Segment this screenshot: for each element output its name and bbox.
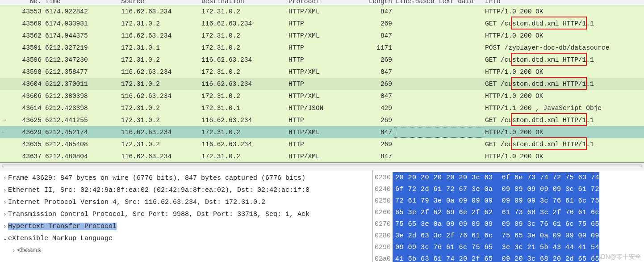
packet-row[interactable]: 436066212.380398116.62.63.234172.31.0.2H… (0, 90, 644, 102)
packet-row[interactable]: 435536174.922842116.62.63.234172.31.0.2H… (0, 5, 644, 17)
cell-time: 6212.441255 (43, 117, 119, 124)
cell-info: GET /custom.dtd.xml HTTP/1.1 (483, 141, 644, 148)
cell-time: 6174.944375 (43, 32, 119, 39)
packet-row[interactable]: 436376212.480804116.62.63.234172.31.0.2H… (0, 150, 644, 162)
pane-splitter[interactable] (0, 162, 644, 170)
hex-bytes-right: 61 73 68 3c 2f 76 61 6c (498, 207, 600, 219)
cell-time: 6174.933931 (43, 20, 119, 27)
col-protocol[interactable]: Protocol (287, 0, 356, 5)
expand-icon[interactable]: › (2, 184, 8, 196)
cell-info: POST /zyplayer-doc-db/datasource (483, 44, 644, 51)
packet-row[interactable]: 436146212.423398172.31.0.2172.31.0.1HTTP… (0, 102, 644, 114)
col-lbd[interactable]: Line-based text data (394, 0, 483, 5)
cell-no: 43596 (0, 56, 43, 63)
packet-list-pane[interactable]: No. Time Source Destination Protocol Len… (0, 0, 644, 162)
cell-info: HTTP/1.0 200 OK (483, 32, 644, 39)
cell-prot: HTTP (287, 141, 356, 148)
cell-len: 269 (356, 141, 394, 148)
cell-prot: HTTP (287, 56, 356, 63)
packet-row[interactable]: 435986212.358477116.62.63.234172.31.0.2H… (0, 66, 644, 78)
hex-offset: 0270 (373, 219, 393, 230)
expand-icon[interactable]: › (2, 196, 8, 208)
cell-prot: HTTP/XML (287, 93, 356, 100)
packet-bytes-pane[interactable]: 023020 20 20 20 20 20 3c 636f 6e 73 74 7… (373, 170, 644, 262)
cell-src: 172.31.0.2 (119, 80, 200, 88)
col-destination[interactable]: Destination (200, 0, 287, 5)
packet-row[interactable]: 436046212.370011172.31.0.2116.62.63.234H… (0, 78, 644, 90)
cell-dst: 172.31.0.2 (200, 93, 287, 100)
tree-item[interactable]: ⌄eXtensible Markup Language (2, 232, 372, 245)
hex-bytes-right: 09 20 3c 68 20 2d 65 65 (498, 254, 600, 262)
hex-bytes-left: 72 61 79 3e 0a 09 09 09 (393, 195, 498, 207)
cell-info: HTTP/1.0 200 OK (483, 68, 644, 76)
cell-info: HTTP/1.1 200 , JavaScript Obje (483, 105, 644, 112)
cell-prot: HTTP/JSON (287, 105, 356, 112)
hex-row[interactable]: 025072 61 79 3e 0a 09 09 0909 09 09 3c 7… (373, 195, 644, 207)
cell-time: 6174.922842 (43, 8, 119, 15)
tree-item[interactable]: ›Transmission Control Protocol, Src Port… (2, 208, 372, 220)
packet-row[interactable]: 436356212.465408172.31.0.2116.62.63.234H… (0, 138, 644, 150)
cell-prot: HTTP/XML (287, 153, 356, 160)
packet-row[interactable]: 435626174.944375116.62.63.234172.31.0.2H… (0, 30, 644, 42)
cell-info: HTTP/1.0 200 OK (483, 129, 644, 136)
hex-row[interactable]: 02406f 72 2d 61 72 67 3e 0a09 09 09 09 0… (373, 184, 644, 195)
cell-time: 6212.370011 (43, 80, 119, 88)
col-no[interactable]: No. (0, 0, 43, 5)
packet-row[interactable]: 435966212.347230172.31.0.2116.62.63.234H… (0, 54, 644, 66)
hex-offset: 0230 (373, 172, 393, 184)
packet-details-pane[interactable]: ›Frame 43629: 847 bytes on wire (6776 bi… (0, 170, 373, 262)
hex-row[interactable]: 027075 65 3e 0a 09 09 09 0909 09 3c 76 6… (373, 219, 644, 230)
hex-row[interactable]: 023020 20 20 20 20 20 3c 636f 6e 73 74 7… (373, 172, 644, 184)
related-packet-arrow-icon: ← (1, 128, 7, 135)
hex-offset: 0290 (373, 242, 393, 254)
tree-label: Internet Protocol Version 4, Src: 116.62… (8, 199, 265, 206)
packet-row[interactable]: 436296212.452174116.62.63.234172.31.0.2H… (0, 126, 644, 138)
cell-info: HTTP/1.0 200 OK (483, 8, 644, 15)
tree-item[interactable]: ›<beans (11, 245, 372, 257)
hex-bytes-left: 75 65 3e 0a 09 09 09 09 (393, 219, 498, 230)
tree-item[interactable]: ›Frame 43629: 847 bytes on wire (6776 bi… (2, 172, 372, 184)
cell-src: 172.31.0.2 (119, 141, 200, 148)
cell-src: 116.62.63.234 (119, 68, 200, 76)
cell-prot: HTTP (287, 20, 356, 27)
cell-len: 847 (356, 129, 394, 136)
cell-no: 43614 (0, 105, 43, 112)
expand-icon[interactable]: ⌄ (2, 232, 8, 244)
col-time[interactable]: Time (43, 0, 119, 5)
packet-row[interactable]: 435606174.933931172.31.0.2116.62.63.234H… (0, 17, 644, 30)
expand-icon[interactable]: › (11, 245, 17, 256)
cell-src: 172.31.0.2 (119, 117, 200, 124)
related-packet-arrow-icon: → (1, 116, 7, 123)
tree-item[interactable]: ›Hypertext Transfer Protocol (2, 220, 372, 232)
splitter-handle[interactable] (2, 165, 642, 167)
hex-bytes-left: 41 5b 63 61 74 20 2f 65 (393, 254, 498, 262)
tree-item[interactable]: ›Ethernet II, Src: 02:42:9a:8f:ea:02 (02… (2, 184, 372, 196)
expand-icon[interactable]: › (2, 208, 8, 220)
cell-len: 429 (356, 105, 394, 112)
column-headers[interactable]: No. Time Source Destination Protocol Len… (0, 0, 644, 5)
tree-label: Hypertext Transfer Protocol (8, 223, 117, 230)
col-info[interactable]: Info (483, 0, 644, 5)
col-length[interactable]: Length (356, 0, 394, 5)
cell-dst: 172.31.0.2 (200, 32, 287, 39)
cell-dst: 116.62.63.234 (200, 141, 287, 148)
expand-icon[interactable]: › (2, 172, 8, 184)
cell-src: 116.62.63.234 (119, 129, 200, 136)
cell-src: 172.31.0.2 (119, 56, 200, 63)
hex-row[interactable]: 029009 09 3c 76 61 6c 75 653e 3c 21 5b 4… (373, 242, 644, 254)
cell-dst: 116.62.63.234 (200, 80, 287, 88)
hex-bytes-right: 6f 6e 73 74 72 75 63 74 (498, 172, 600, 184)
cell-dst: 116.62.63.234 (200, 20, 287, 27)
tree-label: Frame 43629: 847 bytes on wire (6776 bit… (8, 174, 305, 182)
col-source[interactable]: Source (119, 0, 200, 5)
cell-dst: 172.31.0.2 (200, 8, 287, 15)
hex-row[interactable]: 026065 3e 2f 62 69 6e 2f 6261 73 68 3c 2… (373, 207, 644, 219)
hex-bytes-right: 3e 3c 21 5b 43 44 41 54 (498, 242, 600, 254)
hex-row[interactable]: 02a041 5b 63 61 74 20 2f 6509 20 3c 68 2… (373, 254, 644, 262)
cell-len: 1171 (356, 44, 394, 51)
hex-row[interactable]: 02803e 2d 63 3c 2f 76 61 6c75 65 3e 0a 0… (373, 230, 644, 242)
packet-row[interactable]: 436256212.441255172.31.0.2116.62.63.234H… (0, 114, 644, 126)
packet-row[interactable]: 435916212.327219172.31.0.1172.31.0.2HTTP… (0, 42, 644, 54)
tree-item[interactable]: ›Internet Protocol Version 4, Src: 116.6… (2, 196, 372, 208)
expand-icon[interactable]: › (2, 220, 8, 232)
